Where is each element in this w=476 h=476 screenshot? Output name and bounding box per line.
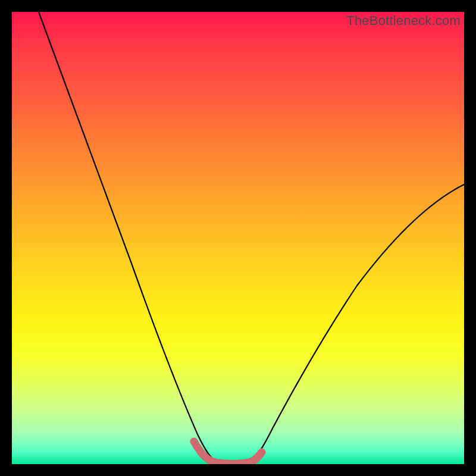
chart-frame: TheBottleneck.com (12, 12, 464, 464)
watermark-text: TheBottleneck.com (346, 13, 461, 29)
valley-highlight (194, 441, 262, 464)
chart-svg (12, 12, 464, 464)
bottleneck-curve (39, 12, 464, 463)
